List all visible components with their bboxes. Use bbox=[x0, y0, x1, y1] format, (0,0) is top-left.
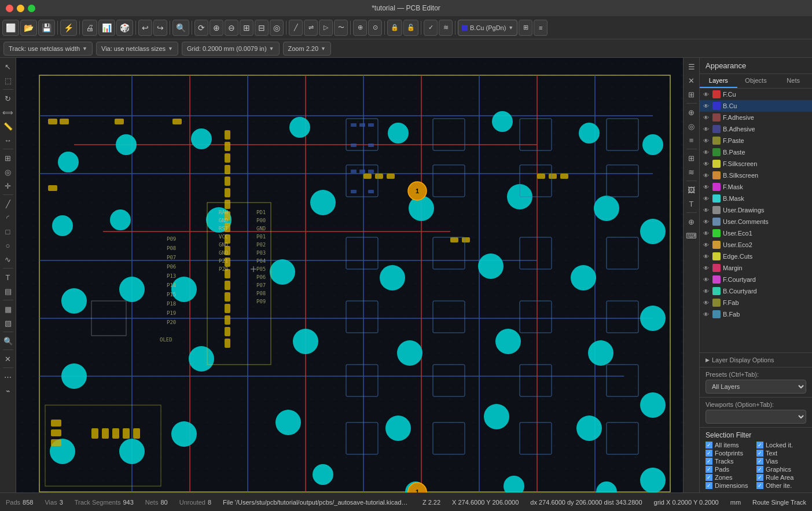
layer-item-user-eco1[interactable]: 👁User.Eco1 bbox=[700, 227, 812, 239]
polar-grid[interactable]: ◎ bbox=[2, 166, 14, 178]
undo-button[interactable]: ↩ bbox=[138, 20, 152, 36]
zoom-in-button[interactable]: ⊕ bbox=[210, 20, 223, 36]
add-textbox-tool[interactable]: ▤ bbox=[2, 285, 14, 297]
layer-item-b-silkscreen[interactable]: 👁B.Silkscreen bbox=[700, 170, 812, 181]
layer-item-f-mask[interactable]: 👁F.Mask bbox=[700, 181, 812, 193]
sf-checkbox-5[interactable] bbox=[756, 458, 763, 465]
layer-visibility-17[interactable]: 👁 bbox=[703, 288, 710, 295]
snap-toggle[interactable]: ✛ bbox=[2, 179, 14, 192]
layer-item-f-paste[interactable]: 👁F.Paste bbox=[700, 135, 812, 146]
layer-display-options-title[interactable]: ▶ Layer Display Options bbox=[706, 356, 806, 363]
board-stats[interactable]: ≡ bbox=[685, 134, 698, 146]
sf-checkbox-9[interactable] bbox=[756, 474, 763, 481]
layer-visibility-12[interactable]: 👁 bbox=[703, 230, 710, 237]
highlight-net[interactable]: ✕ bbox=[685, 74, 698, 87]
refresh-netlist-button[interactable]: ⟳ bbox=[194, 20, 208, 36]
draw-arc-tool[interactable]: ◜ bbox=[2, 211, 14, 224]
sf-checkbox-8[interactable] bbox=[706, 474, 712, 481]
zoom-out-button[interactable]: ⊖ bbox=[225, 20, 238, 36]
sf-checkbox-0[interactable] bbox=[706, 442, 712, 448]
net-inspector-button[interactable]: ≋ bbox=[439, 20, 453, 36]
flip-tool[interactable]: ⟺ bbox=[2, 106, 14, 119]
pcb-canvas[interactable]: OLED P20 P19 P18 P15 P14 P13 P06 P07 P08… bbox=[16, 58, 683, 492]
unlock-button[interactable]: 🔓 bbox=[403, 20, 418, 36]
3d-view-button[interactable]: 🎲 bbox=[116, 20, 133, 36]
image-converter[interactable]: 🖼 bbox=[685, 183, 698, 196]
viewports-select[interactable] bbox=[706, 410, 806, 424]
plot-button[interactable]: 📊 bbox=[98, 20, 115, 36]
track-width-selector[interactable]: Track: use netclass width ▼ bbox=[3, 42, 93, 56]
manage-layers-button[interactable]: ≡ bbox=[534, 20, 548, 36]
layer-item-user-comments[interactable]: 👁User.Comments bbox=[700, 216, 812, 227]
find-button[interactable]: 🔍 bbox=[172, 20, 189, 36]
layer-item-b-mask[interactable]: 👁B.Mask bbox=[700, 193, 812, 204]
grid-origin[interactable]: ⊕ bbox=[685, 106, 698, 119]
print-button[interactable]: 🖨 bbox=[82, 20, 97, 36]
scripting-console[interactable]: ⌨ bbox=[685, 229, 698, 242]
layer-visibility-8[interactable]: 👁 bbox=[703, 184, 710, 190]
layer-item-user-drawings[interactable]: 👁User.Drawings bbox=[700, 204, 812, 216]
grid-toggle[interactable]: ⊞ bbox=[2, 152, 14, 164]
add-marker[interactable]: ⊕ bbox=[685, 215, 698, 228]
appearance-toggle[interactable]: ☰ bbox=[685, 60, 698, 73]
close-button[interactable] bbox=[6, 5, 13, 12]
layer-visibility-9[interactable]: 👁 bbox=[703, 196, 710, 202]
sf-checkbox-2[interactable] bbox=[706, 450, 712, 457]
layer-item-user-eco2[interactable]: 👁User.Eco2 bbox=[700, 239, 812, 251]
show-ratsnest[interactable]: ⋯ bbox=[2, 370, 14, 383]
tab-layers[interactable]: Layers bbox=[700, 74, 737, 88]
layer-visibility-16[interactable]: 👁 bbox=[703, 277, 710, 283]
add-via-button[interactable]: ⊙ bbox=[368, 20, 382, 36]
layer-pair-button[interactable]: ⊞ bbox=[519, 20, 532, 36]
layer-item-f-adhesive[interactable]: 👁F.Adhesive bbox=[700, 112, 812, 123]
add-text-tool[interactable]: T bbox=[2, 271, 14, 284]
measure-tool[interactable]: 📏 bbox=[2, 120, 14, 133]
route-wave-button[interactable]: 〜 bbox=[334, 20, 348, 36]
draw-circle-tool[interactable]: ○ bbox=[2, 239, 14, 252]
sf-checkbox-10[interactable] bbox=[706, 482, 712, 489]
layer-visibility-11[interactable]: 👁 bbox=[703, 219, 710, 225]
open-button[interactable]: 📂 bbox=[20, 20, 37, 36]
maximize-button[interactable] bbox=[28, 5, 35, 12]
layer-visibility-5[interactable]: 👁 bbox=[703, 149, 710, 156]
font-manager[interactable]: T bbox=[685, 197, 698, 210]
layer-visibility-7[interactable]: 👁 bbox=[703, 172, 710, 179]
zoom-fit-button[interactable]: ⊞ bbox=[240, 20, 253, 36]
add-footprint-button[interactable]: ⊕ bbox=[353, 20, 367, 36]
layer-visibility-14[interactable]: 👁 bbox=[703, 253, 710, 260]
layer-selector[interactable]: B.Cu (PgDn) ▼ bbox=[458, 20, 517, 36]
route-tune-button[interactable]: ▷ bbox=[319, 20, 333, 36]
draw-rect-tool[interactable]: □ bbox=[2, 225, 14, 238]
layer-item-f-silkscreen[interactable]: 👁F.Silkscreen bbox=[700, 158, 812, 170]
layer-item-f-fab[interactable]: 👁F.Fab bbox=[700, 297, 812, 308]
layer-item-b-paste[interactable]: 👁B.Paste bbox=[700, 146, 812, 158]
sf-checkbox-6[interactable] bbox=[706, 466, 712, 473]
layer-display-options[interactable]: ▶ Layer Display Options bbox=[700, 352, 812, 367]
route-button[interactable]: ╱ bbox=[289, 20, 303, 36]
tab-objects[interactable]: Objects bbox=[737, 74, 775, 88]
rotate-tool[interactable]: ↻ bbox=[2, 92, 14, 105]
add-zone-tool[interactable]: ▦ bbox=[2, 303, 14, 315]
via-size-selector[interactable]: Via: use netclass sizes ▼ bbox=[96, 42, 178, 56]
sf-checkbox-11[interactable] bbox=[756, 482, 763, 489]
layer-visibility-3[interactable]: 👁 bbox=[703, 126, 710, 133]
save-button[interactable]: 💾 bbox=[38, 20, 55, 36]
layer-visibility-18[interactable]: 👁 bbox=[703, 300, 710, 306]
drill-origin[interactable]: ◎ bbox=[685, 120, 698, 133]
grid-selector[interactable]: Grid: 0.2000 mm (0.0079 in) ▼ bbox=[182, 42, 280, 56]
layer-visibility-1[interactable]: 👁 bbox=[703, 103, 710, 109]
layer-item-f-cu[interactable]: 👁F.Cu bbox=[700, 89, 812, 100]
zoom-actual-button[interactable]: ◎ bbox=[270, 20, 284, 36]
net-manager[interactable]: ≋ bbox=[685, 166, 698, 178]
sf-checkbox-7[interactable] bbox=[756, 466, 763, 473]
presets-select[interactable]: All Layers bbox=[706, 380, 806, 394]
minimize-button[interactable] bbox=[17, 5, 24, 12]
layer-item-edge-cuts[interactable]: 👁Edge.Cuts bbox=[700, 251, 812, 262]
layer-item-margin[interactable]: 👁Margin bbox=[700, 262, 812, 274]
fill-zone-tool[interactable]: ▧ bbox=[2, 317, 14, 329]
layer-visibility-10[interactable]: 👁 bbox=[703, 207, 710, 214]
layer-visibility-6[interactable]: 👁 bbox=[703, 161, 710, 167]
layer-visibility-0[interactable]: 👁 bbox=[703, 91, 710, 98]
select-box-tool[interactable]: ⬚ bbox=[2, 74, 14, 87]
sf-checkbox-3[interactable] bbox=[756, 450, 763, 457]
